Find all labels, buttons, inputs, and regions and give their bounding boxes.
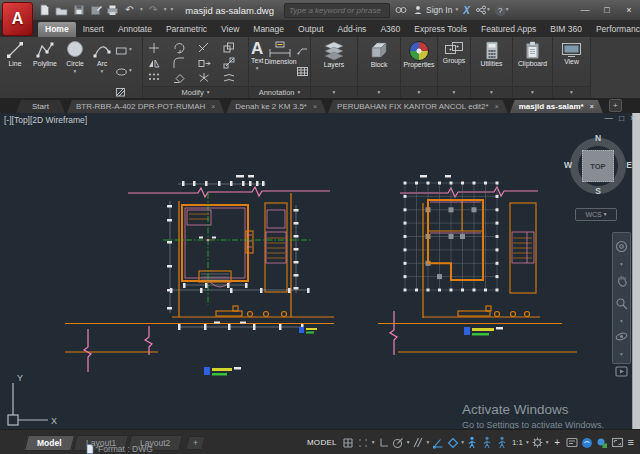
save-icon[interactable] — [72, 4, 85, 17]
drawing-canvas[interactable]: [-][Top][2D Wireframe] — □ × N W E S TOP… — [0, 113, 640, 429]
grid-display-icon[interactable] — [342, 436, 355, 450]
line-tool-button[interactable]: Line — [2, 40, 28, 68]
exchange-apps-icon[interactable]: X — [463, 5, 470, 16]
workspace-switching-icon[interactable] — [531, 436, 544, 450]
search-box[interactable] — [284, 3, 390, 18]
layers-panel-expander[interactable]: ▾ — [311, 86, 357, 98]
polar-tracking-icon[interactable] — [392, 436, 405, 450]
viewcube-north[interactable]: N — [592, 133, 604, 143]
qat-customize-caret[interactable]: ▾ — [171, 7, 174, 13]
osnap-flyout-caret[interactable]: ▾ — [461, 440, 464, 446]
file-tab-perubahan[interactable]: PERUBAHAN FIX KANTOR ANCOL edit2* × — [328, 100, 508, 113]
iso-flyout-caret[interactable]: ▾ — [426, 440, 429, 446]
a360-caret[interactable]: ▾ — [487, 7, 490, 13]
redo-icon[interactable]: ↷ — [147, 4, 160, 17]
showmotion-icon[interactable] — [615, 363, 628, 381]
viewcube[interactable]: N W E S TOP WCS ▾ — [563, 127, 633, 227]
close-tab-icon[interactable]: × — [590, 103, 594, 110]
viewport-restore-icon[interactable]: □ — [619, 114, 624, 123]
navigation-wheel-icon[interactable] — [615, 239, 628, 257]
annotation-scale-icon[interactable] — [496, 436, 509, 450]
utilities-panel-expander[interactable]: ▾ — [471, 86, 512, 98]
redo-flyout-caret[interactable]: ▾ — [164, 7, 167, 13]
pan-icon[interactable] — [616, 273, 628, 291]
rectangle-icon[interactable] — [116, 41, 127, 59]
new-layout-button[interactable]: + — [185, 436, 206, 450]
model-space-toggle[interactable]: MODEL — [307, 438, 337, 447]
scale-icon[interactable] — [224, 58, 234, 68]
view-panel-expander[interactable]: ▾ — [553, 86, 590, 98]
object-snap-tracking-icon[interactable] — [431, 436, 444, 450]
ribbon-tab-a360[interactable]: A360 — [373, 22, 407, 37]
text-tool-button[interactable]: A Text ▾ — [251, 40, 263, 71]
polar-flyout-caret[interactable]: ▾ — [407, 440, 410, 446]
properties-panel-expander[interactable]: ▾ — [401, 86, 437, 98]
orbit-icon[interactable] — [615, 329, 628, 347]
new-file-icon[interactable] — [38, 4, 51, 17]
save-as-icon[interactable] — [89, 4, 102, 17]
annotation-monitor-icon[interactable]: + — [551, 436, 564, 450]
trim-icon[interactable] — [199, 43, 208, 52]
leader-icon[interactable] — [297, 41, 308, 59]
ribbon-tab-annotate[interactable]: Annotate — [111, 22, 159, 37]
polyline-tool-button[interactable]: Polyline — [30, 40, 60, 68]
viewcube-top-face[interactable]: TOP — [582, 150, 614, 182]
offset-icon[interactable] — [224, 75, 234, 82]
hardware-acceleration-icon[interactable] — [581, 436, 594, 450]
ellipse-icon[interactable] — [116, 62, 127, 80]
viewport-minimize-icon[interactable]: — — [604, 114, 613, 123]
search-input[interactable] — [285, 6, 389, 15]
viewport-controls-label[interactable]: [-][Top][2D Wireframe] — [4, 115, 87, 125]
groups-panel-expander[interactable]: ▾ — [438, 86, 470, 98]
snap-mode-icon[interactable] — [357, 436, 370, 450]
isolate-objects-icon[interactable] — [596, 436, 609, 450]
object-snap-icon[interactable] — [446, 436, 459, 450]
block-panel-expander[interactable]: ▾ — [358, 86, 400, 98]
viewcube-south[interactable]: S — [592, 186, 604, 196]
table-icon[interactable] — [297, 62, 308, 80]
ribbon-tab-addins[interactable]: Add-ins — [331, 22, 374, 37]
isometric-drafting-icon[interactable] — [411, 436, 424, 450]
minimize-button[interactable]: — — [574, 2, 596, 18]
ribbon-tab-parametric[interactable]: Parametric — [159, 22, 214, 37]
viewcube-west[interactable]: W — [562, 160, 574, 170]
mirror-icon[interactable] — [149, 60, 159, 67]
modify-panel-expander[interactable]: Modify ▾ — [143, 86, 248, 98]
maximize-button[interactable]: □ — [596, 2, 618, 18]
snap-flyout-caret[interactable]: ▾ — [372, 440, 375, 446]
workspace-caret[interactable]: ▾ — [546, 440, 549, 446]
annotation-visibility-icon[interactable] — [466, 436, 479, 450]
ribbon-tab-output[interactable]: Output — [291, 22, 331, 37]
structural-plan-drawing[interactable] — [378, 175, 577, 355]
plot-icon[interactable] — [106, 4, 119, 17]
dimension-tool-button[interactable]: Dimension — [265, 40, 295, 66]
open-file-icon[interactable] — [55, 4, 68, 17]
customization-menu-icon[interactable]: ≡ — [628, 437, 634, 448]
annotation-scale-value[interactable]: 1:1 — [512, 438, 523, 447]
ribbon-tab-featured-apps[interactable]: Featured Apps — [474, 22, 543, 37]
viewcube-east[interactable]: E — [623, 160, 635, 170]
circle-flyout-caret[interactable]: ▾ — [74, 69, 77, 75]
close-tab-icon[interactable]: × — [495, 103, 499, 110]
close-tab-icon[interactable]: × — [313, 103, 317, 110]
rotate-icon[interactable] — [175, 44, 184, 53]
close-button[interactable]: × — [618, 2, 640, 18]
file-tab-denah[interactable]: Denah ke 2 KM 3.5* × — [226, 100, 326, 113]
wcs-menu[interactable]: WCS ▾ — [575, 208, 617, 221]
properties-icon[interactable] — [409, 41, 429, 61]
clipboard-panel-expander[interactable]: ▾ — [513, 86, 552, 98]
floor-plan-drawing[interactable] — [65, 175, 334, 376]
ribbon-tab-manage[interactable]: Manage — [246, 22, 291, 37]
ribbon-tab-performance[interactable]: Performance — [589, 22, 640, 37]
signin-caret[interactable]: ▾ — [455, 7, 458, 13]
search-icon[interactable] — [395, 5, 407, 15]
annotation-panel-expander[interactable]: Annotation ▾ — [249, 86, 310, 98]
model-tab[interactable]: Model — [24, 435, 75, 451]
block-icon[interactable] — [368, 41, 390, 61]
help-icon[interactable]: ? — [495, 5, 506, 16]
move-icon[interactable] — [149, 43, 159, 53]
ribbon-tab-home[interactable]: Home — [38, 22, 76, 37]
clean-screen-icon[interactable] — [611, 436, 624, 450]
viewport-close-icon[interactable]: × — [630, 114, 635, 123]
explode-icon[interactable] — [200, 73, 209, 82]
